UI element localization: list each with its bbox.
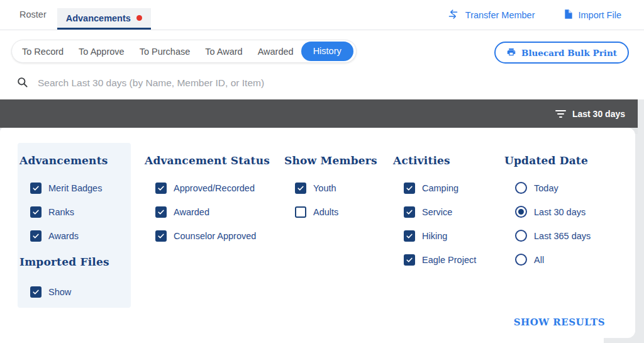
checkbox-icon xyxy=(404,183,415,194)
checkbox-label: Counselor Approved xyxy=(174,231,256,241)
search-input[interactable] xyxy=(38,77,644,89)
checkbox-icon xyxy=(155,230,167,242)
checkbox-camping[interactable]: Camping xyxy=(404,182,476,194)
checkbox-icon xyxy=(30,286,42,298)
search-bar xyxy=(0,67,644,99)
filter-column-updated-date: Updated Date Today Last 30 days Last 365… xyxy=(504,154,591,266)
radio-label: All xyxy=(534,255,544,265)
checkbox-label: Ranks xyxy=(48,207,74,217)
radio-last-30-days[interactable]: Last 30 days xyxy=(515,206,591,218)
filters-panel: Advancements Merit Badges Ranks Awards I… xyxy=(0,128,635,338)
bulk-print-label: Bluecard Bulk Print xyxy=(521,48,617,58)
checkbox-icon xyxy=(404,230,415,242)
search-icon xyxy=(16,76,28,91)
advancements-page: Roster Advancements Transfer Member xyxy=(0,0,644,343)
import-file-label: Import File xyxy=(579,10,622,20)
checkbox-show-imported[interactable]: Show xyxy=(30,286,131,298)
import-file-button[interactable]: Import File xyxy=(563,8,622,22)
checkbox-icon xyxy=(295,206,306,218)
checkbox-merit-badges[interactable]: Merit Badges xyxy=(30,182,131,194)
checkbox-label: Show xyxy=(48,287,71,297)
imported-files-heading: Imported Files xyxy=(19,256,131,268)
radio-last-365-days[interactable]: Last 365 days xyxy=(515,230,591,242)
checkbox-awarded-status[interactable]: Awarded xyxy=(155,206,270,218)
radio-label: Today xyxy=(534,183,558,193)
tab-advancements[interactable]: Advancements xyxy=(57,8,151,30)
checkbox-hiking[interactable]: Hiking xyxy=(404,230,476,242)
filter-column-members: Show Members Youth Adults xyxy=(284,154,377,218)
checkbox-approved-recorded[interactable]: Approved/Recorded xyxy=(155,182,270,194)
tab-awarded[interactable]: Awarded xyxy=(250,47,301,57)
checkbox-counselor-approved[interactable]: Counselor Approved xyxy=(155,230,270,242)
radio-icon xyxy=(515,254,527,266)
checkbox-service[interactable]: Service xyxy=(404,206,476,218)
subnav-bar: To Record To Approve To Purchase To Awar… xyxy=(0,31,644,67)
radio-all[interactable]: All xyxy=(515,254,591,266)
checkbox-icon xyxy=(155,206,167,218)
checkbox-icon xyxy=(30,230,42,242)
checkbox-awards[interactable]: Awards xyxy=(30,230,131,242)
updated-date-heading: Updated Date xyxy=(504,154,591,167)
radio-icon xyxy=(515,206,527,218)
checkbox-label: Adults xyxy=(313,207,338,217)
status-heading: Advancement Status xyxy=(145,154,270,167)
transfer-member-label: Transfer Member xyxy=(465,10,535,20)
filter-column-activities: Activities Camping Service Hiking xyxy=(393,154,476,266)
tab-roster-label: Roster xyxy=(19,9,47,20)
checkbox-eagle-project[interactable]: Eagle Project xyxy=(404,254,476,266)
activities-heading: Activities xyxy=(393,154,476,167)
notification-dot-icon xyxy=(136,15,142,21)
checkbox-icon xyxy=(30,183,42,194)
tab-to-award[interactable]: To Award xyxy=(197,47,250,57)
tab-to-approve[interactable]: To Approve xyxy=(71,47,132,57)
tab-roster[interactable]: Roster xyxy=(9,0,57,30)
checkbox-label: Camping xyxy=(422,183,458,193)
checkbox-label: Service xyxy=(422,207,452,217)
radio-today[interactable]: Today xyxy=(515,182,591,194)
date-range-filter-button[interactable]: Last 30 days xyxy=(555,109,625,119)
checkbox-label: Eagle Project xyxy=(422,255,476,265)
advancement-stage-tabs: To Record To Approve To Purchase To Awar… xyxy=(11,40,357,63)
page-backdrop-strip xyxy=(635,99,644,343)
checkbox-adults[interactable]: Adults xyxy=(295,206,377,218)
tab-advancements-label: Advancements xyxy=(66,13,131,23)
radio-label: Last 30 days xyxy=(534,207,586,217)
checkbox-label: Youth xyxy=(313,183,336,193)
transfer-icon xyxy=(447,9,460,22)
checkbox-label: Approved/Recorded xyxy=(174,183,255,193)
checkbox-icon xyxy=(30,206,42,218)
checkbox-label: Merit Badges xyxy=(48,183,102,193)
tab-to-purchase[interactable]: To Purchase xyxy=(132,47,198,57)
radio-label: Last 365 days xyxy=(534,231,591,241)
tab-history[interactable]: History xyxy=(301,42,353,61)
checkbox-icon xyxy=(295,183,306,194)
members-heading: Show Members xyxy=(284,154,377,167)
filter-lines-icon xyxy=(555,110,566,118)
radio-icon xyxy=(515,230,527,242)
show-results-button[interactable]: SHOW RESULTS xyxy=(514,317,605,328)
advancements-heading: Advancements xyxy=(19,154,131,167)
tab-to-record[interactable]: To Record xyxy=(14,47,71,57)
checkbox-icon xyxy=(404,206,415,218)
printer-icon xyxy=(506,47,516,59)
checkbox-label: Awards xyxy=(48,231,79,241)
filter-column-advancements: Advancements Merit Badges Ranks Awards I… xyxy=(18,143,131,308)
checkbox-ranks[interactable]: Ranks xyxy=(30,206,131,218)
date-range-label: Last 30 days xyxy=(572,109,625,119)
main-tab-bar: Roster Advancements Transfer Member xyxy=(0,0,644,30)
checkbox-label: Awarded xyxy=(174,207,209,217)
checkbox-icon xyxy=(155,183,167,194)
checkbox-icon xyxy=(404,254,415,266)
file-icon xyxy=(563,8,573,22)
checkbox-label: Hiking xyxy=(422,231,447,241)
results-filter-bar: Last 30 days xyxy=(0,99,638,128)
checkbox-youth[interactable]: Youth xyxy=(295,182,377,194)
bluecard-bulk-print-button[interactable]: Bluecard Bulk Print xyxy=(494,42,629,64)
header-actions: Transfer Member Import File xyxy=(447,0,621,30)
filter-column-status: Advancement Status Approved/Recorded Awa… xyxy=(145,154,270,242)
transfer-member-button[interactable]: Transfer Member xyxy=(447,9,535,22)
radio-icon xyxy=(515,182,527,194)
